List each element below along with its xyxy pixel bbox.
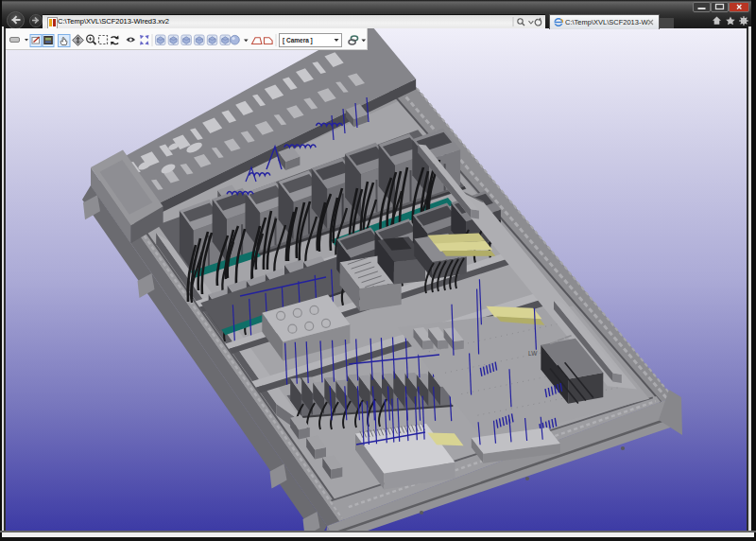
svg-text:[ Camera ]: [ Camera ] xyxy=(283,37,313,44)
svg-text:LW: LW xyxy=(528,350,538,357)
